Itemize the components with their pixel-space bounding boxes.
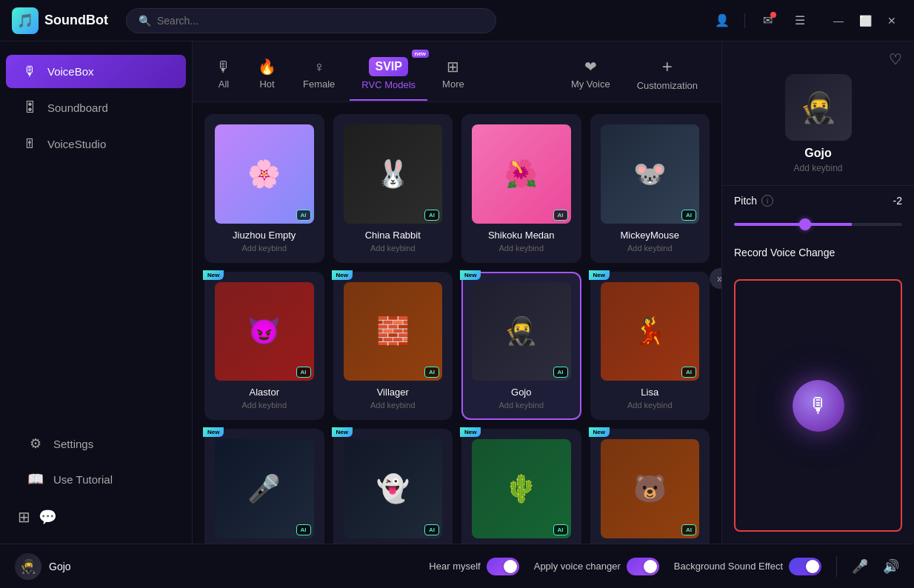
ai-badge: AI <box>296 367 311 378</box>
voice-grid-container: 🌸 AI Jiuzhou Empty Add keybind 🐰 AI Chin… <box>193 102 721 544</box>
tab-myvoice-label: My Voice <box>571 78 610 90</box>
tab-female[interactable]: ♀ Female <box>291 53 347 100</box>
grid-icon[interactable]: ⊞ <box>15 508 33 526</box>
selected-voice-name: Gojo <box>804 147 831 160</box>
tab-hot[interactable]: 🔥 Hot <box>246 52 288 100</box>
tutorial-icon: 📖 <box>27 471 44 487</box>
mic-button[interactable]: 🎙 <box>793 380 844 432</box>
mail-icon[interactable]: ✉ <box>757 10 778 31</box>
menu-icon[interactable]: ☰ <box>790 10 810 31</box>
divider <box>836 556 837 577</box>
bottom-username: Gojo <box>49 561 71 572</box>
tab-customization[interactable]: + Customization <box>625 50 710 101</box>
selected-voice-display: 🥷 Gojo Add keybind <box>722 74 914 185</box>
sidebar-item-settings[interactable]: ⚙ Settings <box>12 427 180 461</box>
content-area: 🎙 All 🔥 Hot ♀ Female SVIPnew RVC Models … <box>193 41 914 544</box>
pitch-text: Pitch <box>734 195 757 207</box>
bottom-user: 🥷 Gojo <box>15 553 71 580</box>
tab-all[interactable]: 🎙 All <box>204 53 243 100</box>
app-name: SoundBot <box>44 13 108 28</box>
voice-card-image: 🌸 AI <box>215 124 314 224</box>
sidebar: 🎙 VoiceBox 🎛 Soundboard 🎚 VoiceStudio ⚙ … <box>0 41 193 544</box>
voice-card-mickey[interactable]: 🐭 AI MickeyMouse Add keybind <box>590 114 710 263</box>
microphone-icon[interactable]: 🎤 <box>852 558 868 575</box>
ai-badge: AI <box>296 210 311 221</box>
chat-icon[interactable]: 💬 <box>39 508 56 526</box>
logo-icon: 🎵 <box>12 7 39 34</box>
pitch-info-icon[interactable]: i <box>761 195 773 207</box>
voice-keybind: Add keybind <box>215 401 314 410</box>
new-badge: New <box>203 270 224 280</box>
voice-card-jungkook[interactable]: New 🎤 AI Jungkook Add keybind <box>204 429 324 544</box>
sidebar-item-label: Soundboard <box>47 101 108 114</box>
voice-card-image: 🐰 AI <box>344 124 443 224</box>
voice-card-image: 🐭 AI <box>601 124 700 224</box>
sidebar-item-voicestudio[interactable]: 🎚 VoiceStudio <box>6 127 186 161</box>
voice-card-china[interactable]: 🐰 AI China Rabbit Add keybind <box>333 114 453 263</box>
close-button[interactable]: ✕ <box>881 10 902 31</box>
soundboard-icon: 🎛 <box>21 100 39 116</box>
titlebar-actions: 👤 ✉ ☰ — ⬜ ✕ <box>712 10 902 31</box>
voice-keybind: Add keybind <box>215 244 314 253</box>
record-section: Record Voice Change <box>722 238 914 267</box>
tab-more[interactable]: ⊞ More <box>430 52 476 100</box>
voice-card-image: 🎤 AI <box>215 439 314 538</box>
pitch-slider[interactable] <box>734 223 902 226</box>
next-page-button[interactable]: » <box>710 268 721 289</box>
voice-card-shikoku[interactable]: 🌺 AI Shikoku Medan Add keybind <box>461 114 581 263</box>
voice-card-image: 😈 AI <box>215 282 314 381</box>
voice-keybind: Add keybind <box>344 244 443 253</box>
voice-name: Villager <box>344 387 443 398</box>
voice-card-gojo[interactable]: New 🥷 AI Gojo Add keybind <box>461 272 581 421</box>
voice-card-gnarpy[interactable]: New 🌵 AI Gnarpy Add keybind <box>461 429 581 544</box>
sidebar-item-label: Settings <box>53 438 93 450</box>
favorite-button[interactable]: ♡ <box>889 50 902 68</box>
window-controls: — ⬜ ✕ <box>828 10 902 31</box>
ai-badge: AI <box>424 367 439 378</box>
tab-more-label: More <box>442 78 464 90</box>
voice-card-freddy[interactable]: New 🐻 AI Freddy Fazbear Add keybind <box>590 429 710 544</box>
user-icon[interactable]: 👤 <box>712 10 733 31</box>
search-input[interactable] <box>157 15 484 27</box>
bottom-controls: Hear myself Apply voice changer Backgrou… <box>429 556 899 577</box>
voicestudio-icon: 🎚 <box>21 136 39 152</box>
voice-card-ghostface[interactable]: New 👻 AI Ghostface Add keybind <box>333 429 453 544</box>
voice-name: Shikoku Medan <box>472 230 571 241</box>
voice-grid: 🌸 AI Jiuzhou Empty Add keybind 🐰 AI Chin… <box>204 114 710 544</box>
voice-card-villager[interactable]: New 🧱 AI Villager Add keybind <box>333 272 453 421</box>
sidebar-item-soundboard[interactable]: 🎛 Soundboard <box>6 91 186 124</box>
search-bar[interactable]: 🔍 <box>126 8 496 33</box>
apply-voice-control: Apply voice changer <box>534 558 659 575</box>
tab-rvc[interactable]: SVIPnew RVC Models <box>350 51 427 101</box>
voice-card-alastor[interactable]: New 😈 AI Alastor Add keybind <box>204 272 324 421</box>
ai-badge: AI <box>681 210 696 221</box>
app-logo: 🎵 SoundBot <box>12 7 108 34</box>
maximize-button[interactable]: ⬜ <box>855 10 875 31</box>
voice-card-image: 🐻 AI <box>601 439 700 538</box>
tab-female-label: Female <box>303 78 335 90</box>
new-badge: New <box>460 270 481 280</box>
sidebar-item-voicebox[interactable]: 🎙 VoiceBox <box>6 55 186 88</box>
apply-voice-toggle[interactable] <box>627 558 659 575</box>
divider <box>744 13 745 28</box>
minimize-button[interactable]: — <box>828 10 849 31</box>
tab-myvoice[interactable]: ❤ My Voice <box>559 52 622 100</box>
voice-card-lisa[interactable]: New 💃 AI Lisa Add keybind <box>590 272 710 421</box>
new-badge: new <box>412 50 430 58</box>
voice-card-jiuzhou[interactable]: 🌸 AI Jiuzhou Empty Add keybind <box>204 114 324 263</box>
voice-name: Jiuzhou Empty <box>215 230 314 241</box>
speaker-icon[interactable]: 🔊 <box>883 558 899 575</box>
ai-badge: AI <box>681 367 696 378</box>
bg-sound-label: Background Sound Effect <box>674 561 783 572</box>
apply-voice-label: Apply voice changer <box>534 561 621 572</box>
hear-myself-toggle[interactable] <box>487 558 519 575</box>
voice-keybind: Add keybind <box>472 401 571 410</box>
more-icon: ⊞ <box>447 58 459 76</box>
sidebar-item-label: VoiceStudio <box>47 138 106 150</box>
bg-sound-toggle[interactable] <box>789 558 821 575</box>
voice-card-image: 🌵 AI <box>472 439 571 538</box>
hot-icon: 🔥 <box>258 58 276 76</box>
sidebar-item-tutorial[interactable]: 📖 Use Tutorial <box>12 462 180 496</box>
voice-card-image: 🧱 AI <box>344 282 443 381</box>
bottom-bar: 🥷 Gojo Hear myself Apply voice changer B… <box>0 544 914 588</box>
